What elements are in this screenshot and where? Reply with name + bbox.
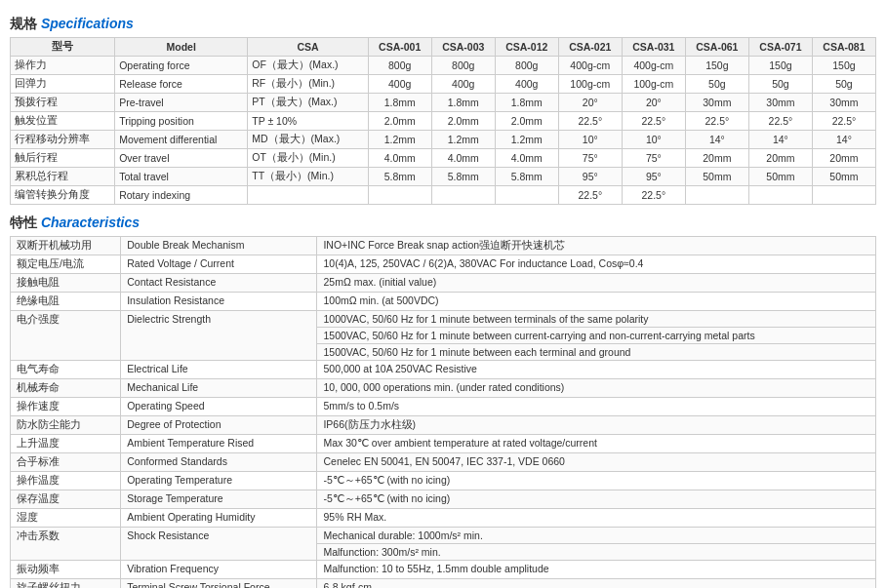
col-csa012: CSA-012: [495, 38, 558, 57]
char-cell-zh: 上升温度: [11, 435, 121, 453]
char-cell-zh: 接触电阻: [11, 274, 121, 293]
char-cell-value: 5mm/s to 0.5m/s: [317, 398, 876, 416]
spec-cell: [495, 186, 558, 205]
spec-cell: [431, 186, 495, 205]
spec-cell: Release force: [115, 75, 248, 94]
spec-header-row: 型号 Model CSA CSA-001 CSA-003 CSA-012 CSA…: [11, 38, 876, 57]
char-row: 保存温度Storage Temperature-5℃～+65℃ (with no…: [11, 490, 876, 509]
char-cell-value: -5℃～+65℃ (with no icing): [317, 472, 876, 490]
spec-cell: 1.8mm: [495, 94, 558, 112]
char-cell-value: Cenelec EN 50041, EN 50047, IEC 337-1, V…: [317, 453, 876, 472]
spec-row: 回弹力Release forceRF（最小）(Min.)400g400g400g…: [11, 75, 876, 94]
char-cell-value: 25mΩ max. (initial value): [317, 274, 876, 293]
col-csa061: CSA-061: [685, 38, 748, 57]
char-cell-en: Storage Temperature: [121, 490, 317, 509]
spec-title-zh: 规格: [10, 16, 37, 31]
char-cell-en: Operating Speed: [121, 398, 317, 416]
char-title-en: Characteristics: [41, 215, 140, 230]
char-row: 冲击系数Shock ResistanceMechanical durable: …: [11, 528, 876, 544]
col-csa021: CSA-021: [558, 38, 622, 57]
char-cell-value: 1500VAC, 50/60 Hz for 1 minute between e…: [317, 344, 876, 361]
char-row: 合乎标准Conformed StandardsCenelec EN 50041,…: [11, 453, 876, 472]
spec-cell: 50g: [812, 75, 875, 94]
char-cell-zh: 湿度: [11, 509, 121, 528]
spec-row: 触后行程Over travelOT（最小）(Min.)4.0mm4.0mm4.0…: [11, 149, 876, 168]
spec-cell: 5.8mm: [368, 168, 431, 186]
char-row: 双断开机械功用Double Break MechanismINO+INC For…: [11, 237, 876, 255]
spec-cell: 95°: [622, 168, 685, 186]
spec-cell: 编管转换分角度: [11, 186, 115, 205]
spec-cell: [748, 186, 812, 205]
spec-cell: Total travel: [115, 168, 248, 186]
spec-cell: 10°: [622, 131, 685, 149]
spec-cell: 30mm: [685, 94, 748, 112]
spec-cell: 2.0mm: [431, 112, 495, 131]
char-row: 防水防尘能力Degree of ProtectionIP66(防压力水柱级): [11, 416, 876, 435]
char-cell-en: Shock Resistance: [121, 528, 317, 561]
char-cell-zh: 操作速度: [11, 398, 121, 416]
char-cell-value: Malfunction: 300m/s² min.: [317, 544, 876, 561]
char-cell-zh: 旋子螺丝扭力: [11, 579, 121, 589]
char-cell-en: Insulation Resistance: [121, 293, 317, 311]
spec-cell: 400g: [431, 75, 495, 94]
char-cell-en: Vibration Frequency: [121, 561, 317, 579]
char-cell-zh: 电气寿命: [11, 361, 121, 379]
char-cell-zh: 防水防尘能力: [11, 416, 121, 435]
spec-cell: PT（最大）(Max.): [248, 94, 368, 112]
spec-cell: 1.2mm: [431, 131, 495, 149]
char-cell-zh: 操作温度: [11, 472, 121, 490]
spec-cell: [812, 186, 875, 205]
main-container: 规格 Specifications 型号 Model CSA CSA-001 C…: [0, 0, 886, 588]
char-cell-en: Contact Resistance: [121, 274, 317, 293]
spec-cell: 22.5°: [622, 112, 685, 131]
spec-cell: 4.0mm: [368, 149, 431, 168]
spec-cell: [248, 186, 368, 205]
char-cell-zh: 冲击系数: [11, 528, 121, 561]
spec-cell: 400g-cm: [558, 57, 622, 75]
char-cell-zh: 合乎标准: [11, 453, 121, 472]
spec-cell: TT（最小）(Min.): [248, 168, 368, 186]
spec-cell: 4.0mm: [495, 149, 558, 168]
col-csa003: CSA-003: [431, 38, 495, 57]
spec-cell: [368, 186, 431, 205]
char-cell-zh: 双断开机械功用: [11, 237, 121, 255]
spec-cell: 20mm: [748, 149, 812, 168]
col-csa081: CSA-081: [812, 38, 875, 57]
char-cell-en: Terminal Screw Torsional Force: [121, 579, 317, 589]
spec-cell: 22.5°: [558, 186, 622, 205]
spec-cell: RF（最小）(Min.): [248, 75, 368, 94]
spec-cell: 30mm: [748, 94, 812, 112]
spec-cell: Operating force: [115, 57, 248, 75]
spec-section-title: 规格 Specifications: [10, 16, 876, 33]
spec-cell: 22.5°: [622, 186, 685, 205]
char-row: 绝缘电阻Insulation Resistance100mΩ min. (at …: [11, 293, 876, 311]
char-row: 操作速度Operating Speed5mm/s to 0.5m/s: [11, 398, 876, 416]
char-cell-value: 100mΩ min. (at 500VDC): [317, 293, 876, 311]
spec-cell: 100g-cm: [622, 75, 685, 94]
spec-cell: 20mm: [812, 149, 875, 168]
spec-row: 触发位置Tripping positionTP ± 10%2.0mm2.0mm2…: [11, 112, 876, 131]
spec-cell: 22.5°: [558, 112, 622, 131]
spec-cell: 2.0mm: [495, 112, 558, 131]
spec-cell: 800g: [495, 57, 558, 75]
char-cell-zh: 振动频率: [11, 561, 121, 579]
spec-cell: 30mm: [812, 94, 875, 112]
char-section-title: 特性 Characteristics: [10, 215, 876, 232]
spec-cell: 累积总行程: [11, 168, 115, 186]
char-cell-en: Ambient Operating Humidity: [121, 509, 317, 528]
char-cell-value: 6-8 kgf-cm: [317, 579, 876, 589]
spec-title-en: Specifications: [41, 16, 134, 31]
spec-cell: 1.2mm: [368, 131, 431, 149]
spec-cell: 150g: [812, 57, 875, 75]
spec-cell: 95°: [558, 168, 622, 186]
char-row: 接触电阻Contact Resistance25mΩ max. (initial…: [11, 274, 876, 293]
col-csa: CSA: [248, 38, 368, 57]
spec-cell: 1.8mm: [431, 94, 495, 112]
spec-cell: 触后行程: [11, 149, 115, 168]
spec-cell: Tripping position: [115, 112, 248, 131]
char-cell-value: Mechanical durable: 1000m/s² min.: [317, 528, 876, 544]
char-cell-value: 1500VAC, 50/60 Hz for 1 minute between c…: [317, 328, 876, 344]
col-zh: 型号: [11, 38, 115, 57]
col-en: Model: [115, 38, 248, 57]
spec-cell: 50mm: [685, 168, 748, 186]
